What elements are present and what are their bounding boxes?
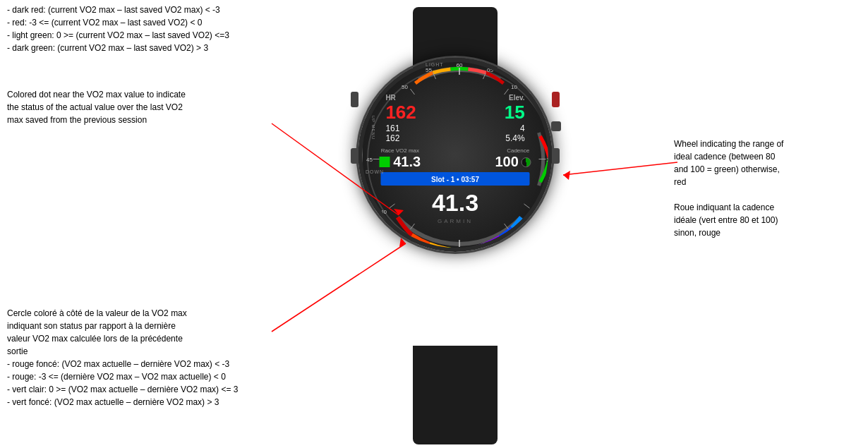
svg-text:60: 60 xyxy=(457,62,463,68)
light-label: LIGHT xyxy=(426,62,444,67)
up-menu-label: UP MENU xyxy=(371,116,375,140)
hr-label: HR xyxy=(385,94,395,102)
hr-sub2: 162 xyxy=(385,133,399,143)
down-label: DOWN xyxy=(366,169,384,174)
right-annotation: Wheel indicating the range of ideal cade… xyxy=(674,138,861,239)
race-vo2-value: 41.3 xyxy=(393,154,421,170)
svg-text:05: 05 xyxy=(487,67,493,73)
cadence-label: Cadence xyxy=(507,147,529,154)
hr-value: 162 xyxy=(385,102,416,123)
watch-band-bottom xyxy=(413,346,498,444)
svg-line-29 xyxy=(563,162,677,175)
main-vo2-value: 41.3 xyxy=(432,189,478,217)
svg-text:55: 55 xyxy=(426,67,432,73)
elev-sub1: 4 xyxy=(520,123,525,133)
slot-bar: Slot - 1 • 03:57 xyxy=(381,172,529,186)
button-top-right[interactable] xyxy=(552,92,560,107)
svg-text:30: 30 xyxy=(457,249,463,252)
watch-body: 60 55 05 50 10 45 15 40 20 xyxy=(358,58,553,252)
elev-sub2: 5.4% xyxy=(505,133,524,143)
elev-value: 15 xyxy=(505,102,525,123)
bottom-left-annotation: Cercle coloré à côté de la valeur de la … xyxy=(7,307,332,408)
button-bot-right[interactable] xyxy=(552,148,560,164)
cadence-value: 100 xyxy=(495,154,518,170)
button-bot-left[interactable] xyxy=(351,148,358,164)
mid-left-annotation: Colored dot near the VO2 max value to in… xyxy=(7,88,275,126)
garmin-logo: GARMIN xyxy=(438,218,473,224)
vo2-status-dot xyxy=(379,157,390,167)
race-vo2-label: Race VO2 max xyxy=(381,147,419,154)
top-left-annotation: - dark red: (current VO2 max – last save… xyxy=(7,4,332,54)
elev-label: Elev. xyxy=(509,94,525,102)
button-top-left[interactable] xyxy=(351,92,358,107)
watch: 60 55 05 50 10 45 15 40 20 xyxy=(346,7,565,444)
cadence-mini-wheel xyxy=(522,157,531,167)
button-mid-right[interactable] xyxy=(551,121,561,131)
hr-sub1: 161 xyxy=(385,123,399,133)
